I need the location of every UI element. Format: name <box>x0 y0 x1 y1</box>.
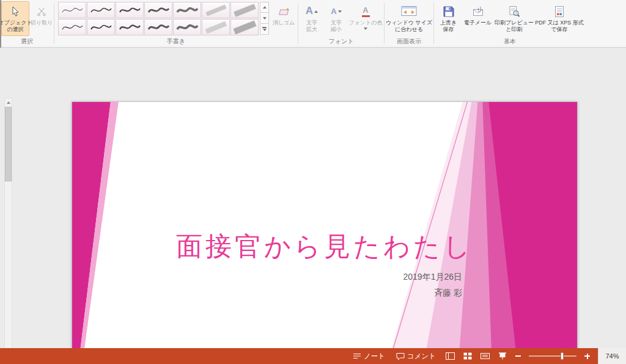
plus-icon <box>584 354 590 359</box>
slideshow-icon <box>498 352 507 360</box>
highlighter-stroke-icon <box>204 3 228 17</box>
slide-sorter-icon <box>463 352 472 360</box>
slideshow-view-button[interactable] <box>494 348 511 364</box>
save-button[interactable]: 上書き 保存 <box>435 1 462 36</box>
arrow-up-icon <box>314 10 318 13</box>
print-preview-button[interactable]: 印刷プレビュー と印刷 <box>494 1 534 36</box>
print-preview-label-2: と印刷 <box>506 26 522 33</box>
highlighter-stroke-icon <box>204 20 228 34</box>
more-icon <box>262 27 267 28</box>
slide-date: 2019年1月26日 <box>403 272 462 283</box>
scrollbar-thumb[interactable] <box>5 107 12 181</box>
eraser-label: 消しゴム <box>273 20 295 26</box>
window-edge <box>0 0 1 48</box>
pen-stroke-icon <box>146 3 171 17</box>
zoom-slider-thumb[interactable] <box>561 352 564 360</box>
print-preview-label: 印刷プレビュー <box>495 20 534 26</box>
pen-gallery-more-button[interactable] <box>260 24 269 35</box>
pen-stroke-icon <box>60 20 84 34</box>
pen-style-tile-2[interactable] <box>87 2 115 18</box>
comments-icon <box>396 352 405 360</box>
slide-canvas[interactable]: 面接官から見たわたし 2019年1月26日 斉藤 彩 <box>72 101 578 364</box>
pen-stroke-icon <box>60 3 84 17</box>
pen-stroke-icon <box>89 3 113 17</box>
application-window: オブジェクト の選択 切り取り 選択 <box>0 0 626 364</box>
arrow-down-icon <box>338 10 342 13</box>
eraser-button[interactable]: 消しゴム <box>271 1 296 36</box>
email-label: 電子メール <box>464 20 492 26</box>
zoom-percentage[interactable]: 74% <box>598 348 626 364</box>
scroll-up-button[interactable] <box>5 98 12 106</box>
object-select-button[interactable]: オブジェクト の選択 <box>1 1 29 36</box>
enlarge-text-label-2: 拡大 <box>306 26 317 33</box>
zoom-in-button[interactable] <box>580 348 594 364</box>
shrink-text-button[interactable]: A 文字 縮小 <box>324 1 348 36</box>
pen-style-tile-6[interactable] <box>202 2 230 18</box>
minus-icon <box>515 355 521 357</box>
comments-button[interactable]: コメント <box>391 348 441 364</box>
group-label-font: フォント <box>300 37 383 47</box>
pen-style-tile-7[interactable] <box>230 2 259 18</box>
pen-stroke-icon <box>146 20 171 34</box>
vertical-scrollbar[interactable] <box>4 98 12 364</box>
group-label-ink: 手書き <box>56 37 296 47</box>
cut-button[interactable]: 切り取り <box>29 1 54 36</box>
pen-style-tile-10[interactable] <box>116 19 144 35</box>
notes-button[interactable]: ノート <box>347 348 391 364</box>
cut-label: 切り取り <box>31 20 53 26</box>
email-icon <box>472 4 484 18</box>
slide-author: 斉藤 彩 <box>434 288 462 299</box>
pdf-save-label-2: で保存 <box>551 26 567 33</box>
highlighter-stroke-icon <box>232 3 257 17</box>
pen-gallery-scroll-down-button[interactable] <box>260 13 269 24</box>
font-color-label: フォントの色 <box>348 20 382 26</box>
pen-style-tile-13[interactable] <box>202 19 230 35</box>
pen-stroke-icon <box>117 3 142 17</box>
ribbon-group-font: A 文字 拡大 A 文字 縮小 A フォント <box>298 0 384 47</box>
ribbon-group-selection: オブジェクト の選択 切り取り 選択 <box>0 0 54 47</box>
notes-icon <box>353 352 361 360</box>
pen-style-tile-1[interactable] <box>58 2 86 18</box>
group-label-display: 画面表示 <box>386 37 432 47</box>
zoom-percentage-label: 74% <box>605 352 619 360</box>
shrink-text-label: 文字 <box>331 20 342 26</box>
fit-to-window-label-2: に合わせる <box>395 26 423 33</box>
pen-style-tile-4[interactable] <box>144 2 172 18</box>
enlarge-text-button[interactable]: A 文字 拡大 <box>300 1 324 36</box>
cursor-icon <box>11 4 20 18</box>
fit-to-window-button[interactable]: ウィンドウ サイズ に合わせる <box>386 1 432 36</box>
save-label: 上書き <box>440 20 457 26</box>
reading-view-icon <box>481 352 490 360</box>
pen-style-tile-12[interactable] <box>173 19 201 35</box>
pen-style-tile-3[interactable] <box>116 2 144 18</box>
monitor-icon <box>401 4 417 18</box>
zoom-out-button[interactable] <box>511 348 525 364</box>
font-color-button[interactable]: A フォントの色 <box>348 1 383 36</box>
ribbon-group-ink: 消しゴム 手書き <box>54 0 298 47</box>
ribbon-group-display: ウィンドウ サイズ に合わせる 画面表示 <box>385 0 433 47</box>
pen-style-tile-8[interactable] <box>58 19 86 35</box>
font-color-icon: A <box>362 4 370 18</box>
email-button[interactable]: 電子メール <box>462 1 494 36</box>
print-preview-icon <box>508 4 520 18</box>
group-label-basic: 基本 <box>435 37 584 47</box>
zoom-slider[interactable] <box>529 355 576 357</box>
pen-style-tile-11[interactable] <box>144 19 172 35</box>
comments-label: コメント <box>407 352 436 361</box>
pdf-document-icon <box>553 4 565 18</box>
workspace: 面接官から見たわたし 2019年1月26日 斉藤 彩 <box>0 48 626 348</box>
pen-gallery-scroll-up-button[interactable] <box>260 2 269 13</box>
pen-stroke-icon <box>117 20 142 34</box>
chevron-down-icon <box>263 29 267 31</box>
pen-stroke-icon <box>89 20 113 34</box>
slide-sorter-view-button[interactable] <box>459 348 476 364</box>
fit-to-window-label: ウィンドウ サイズ <box>386 20 432 26</box>
normal-view-button[interactable] <box>441 348 459 364</box>
reading-view-button[interactable] <box>476 348 494 364</box>
pen-style-tile-9[interactable] <box>87 19 115 35</box>
enlarge-text-icon: A <box>306 4 318 18</box>
pen-style-tile-14[interactable] <box>230 19 259 35</box>
dropdown-arrow-icon <box>364 27 367 30</box>
pen-style-tile-5[interactable] <box>173 2 201 18</box>
pdf-save-button[interactable]: PDF 又は XPS 形式 で保存 <box>534 1 584 36</box>
